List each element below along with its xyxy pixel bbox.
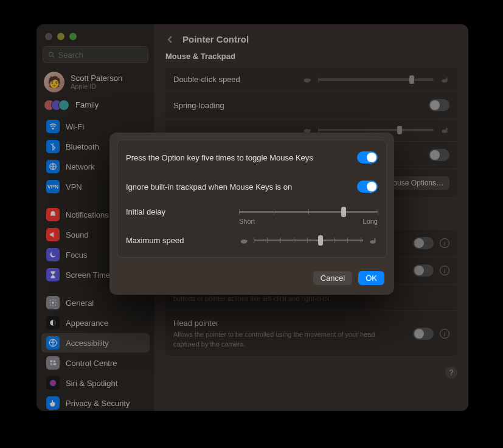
search-field[interactable] — [43, 46, 148, 63]
svg-rect-8 — [50, 361, 52, 362]
sidebar-item-label: Focus — [66, 250, 87, 260]
sidebar-item-label: Accessibility — [66, 339, 109, 348]
info-icon[interactable]: i — [440, 329, 449, 339]
gear-icon — [46, 296, 60, 309]
max-speed-label: Maximum speed — [126, 236, 184, 245]
turtle-icon — [302, 76, 312, 83]
initial-delay-min: Short — [239, 218, 255, 225]
sidebar-item-label: Notifications — [66, 210, 109, 219]
back-button[interactable] — [165, 35, 175, 44]
svg-rect-10 — [54, 364, 56, 365]
double-click-speed-row: Double-click speed — [165, 67, 458, 92]
initial-delay-row: Initial delay Short Long — [126, 201, 378, 227]
initial-delay-max: Long — [363, 218, 378, 225]
svg-point-21 — [241, 240, 248, 244]
help-button[interactable]: ? — [445, 367, 457, 379]
double-click-slider[interactable] — [318, 78, 434, 81]
sidebar-item-general[interactable]: General — [41, 293, 150, 312]
search-icon — [48, 51, 55, 58]
svg-point-18 — [309, 129, 311, 131]
svg-point-2 — [52, 128, 54, 129]
sidebar-item-label: Screen Time — [66, 271, 110, 280]
head-pointer-toggle[interactable] — [413, 328, 434, 340]
sidebar-item-label: Privacy & Security — [66, 399, 130, 408]
titlebar: Pointer Control — [154, 24, 468, 49]
spring-loading-toggle[interactable] — [429, 99, 449, 111]
sidebar-item-accessibility[interactable]: Accessibility — [41, 333, 150, 353]
svg-point-14 — [309, 78, 311, 80]
sidebar-item-siri-spotlight[interactable]: Siri & Spotlight — [41, 373, 150, 393]
page-title: Pointer Control — [182, 34, 249, 44]
alt-toggle-1[interactable] — [413, 237, 434, 249]
svg-point-20 — [446, 128, 448, 131]
maximize-window-button[interactable] — [69, 33, 77, 40]
avatar: 🧑 — [44, 72, 64, 92]
accessibility-icon — [46, 336, 60, 350]
control-icon — [46, 356, 60, 370]
minimize-window-button[interactable] — [57, 33, 64, 40]
sidebar-item-control-centre[interactable]: Control Centre — [41, 353, 150, 373]
svg-point-13 — [304, 78, 311, 83]
sidebar-item-privacy-security[interactable]: Privacy & Security — [41, 393, 150, 411]
rabbit-icon — [368, 237, 378, 244]
svg-point-24 — [374, 238, 376, 241]
svg-point-9 — [54, 360, 55, 362]
option-key-toggle[interactable] — [357, 151, 378, 164]
svg-point-16 — [446, 77, 448, 80]
section-header: Mouse & Trackpad — [154, 49, 468, 67]
network-icon — [46, 160, 60, 173]
family-label: Family — [75, 101, 99, 109]
mouse-keys-sheet: Press the Option key five times to toggl… — [109, 133, 394, 295]
mouse-options-button[interactable]: ouse Options… — [387, 176, 449, 190]
wifi-icon — [46, 120, 60, 133]
info-icon[interactable]: i — [440, 238, 449, 248]
double-click-label: Double-click speed — [173, 75, 240, 84]
max-speed-row: Maximum speed — [126, 227, 378, 249]
sidebar-item-label: Siri & Spotlight — [66, 379, 117, 388]
user-name: Scott Paterson — [71, 74, 122, 83]
svg-point-4 — [52, 302, 54, 304]
max-speed-slider[interactable] — [254, 240, 363, 241]
svg-point-12 — [50, 380, 57, 387]
alt-desc: buttons or pointer actions like left-cli… — [173, 294, 331, 303]
ignore-trackpad-label: Ignore built-in trackpad when Mouse Keys… — [126, 182, 292, 191]
hand-icon — [46, 396, 60, 410]
apple-id-row[interactable]: 🧑 Scott Paterson Apple ID — [36, 67, 154, 97]
sidebar-item-label: Appearance — [66, 319, 108, 328]
ignore-trackpad-toggle[interactable] — [357, 181, 378, 193]
rabbit-icon — [440, 76, 449, 83]
initial-delay-label: Initial delay — [126, 207, 165, 216]
cancel-button[interactable]: Cancel — [313, 271, 352, 285]
moon-icon — [46, 248, 60, 261]
initial-delay-slider[interactable] — [239, 211, 378, 213]
svg-line-1 — [52, 56, 54, 58]
family-row[interactable]: Family — [36, 97, 154, 117]
svg-point-7 — [52, 340, 54, 342]
svg-point-11 — [51, 364, 52, 365]
bell-icon — [46, 208, 60, 221]
head-pointer-row: Head pointer Allows the pointer to be co… — [165, 311, 458, 356]
hourglass-icon — [46, 268, 60, 281]
hidden-toggle[interactable] — [429, 149, 449, 161]
close-window-button[interactable] — [45, 33, 52, 40]
option-key-toggle-row: Press the Option key five times to toggl… — [126, 143, 378, 172]
ok-button[interactable]: OK — [358, 271, 384, 285]
rabbit-icon — [440, 126, 449, 134]
info-icon[interactable]: i — [440, 266, 449, 275]
siri-icon — [46, 376, 60, 390]
head-pointer-desc: Allows the pointer to be controlled usin… — [173, 330, 392, 349]
sound-icon — [46, 228, 60, 241]
ignore-trackpad-row: Ignore built-in trackpad when Mouse Keys… — [126, 172, 378, 201]
alt-toggle-2[interactable] — [413, 264, 434, 277]
sidebar-item-appearance[interactable]: Appearance — [41, 313, 150, 333]
turtle-icon — [239, 237, 249, 244]
svg-point-22 — [246, 240, 248, 241]
sidebar-item-label: General — [66, 298, 94, 308]
head-pointer-label: Head pointer — [173, 319, 392, 328]
vpn-icon: VPN — [46, 180, 60, 193]
sidebar-item-label: Wi-Fi — [66, 122, 84, 131]
spring-loading-slider[interactable] — [318, 129, 434, 131]
user-sub: Apple ID — [71, 83, 122, 90]
family-avatars — [44, 100, 69, 111]
search-input[interactable] — [58, 50, 143, 60]
